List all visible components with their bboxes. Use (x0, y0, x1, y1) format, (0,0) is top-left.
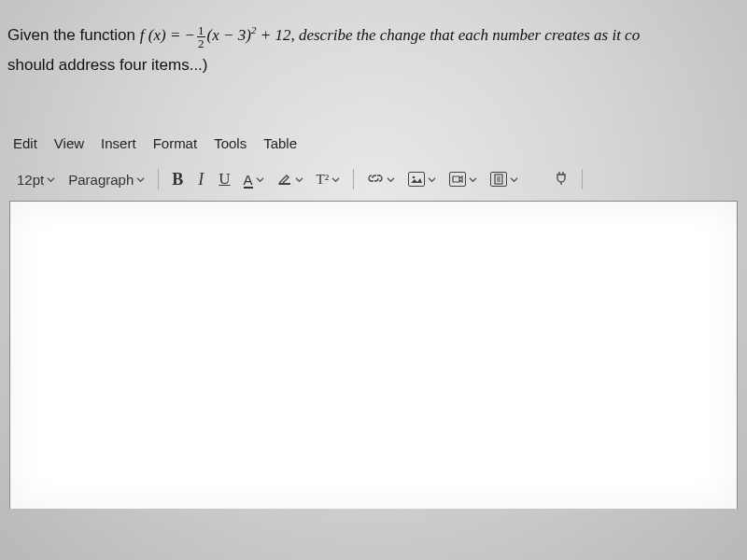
chevron-down-icon (47, 175, 55, 184)
insert-media-button[interactable] (445, 170, 481, 189)
toolbar-separator (158, 169, 159, 189)
bold-button[interactable]: B (168, 168, 187, 191)
plug-icon (554, 170, 569, 189)
q-var: x (153, 26, 161, 44)
q-prefix: Given the function (7, 26, 140, 44)
menu-edit[interactable]: Edit (13, 135, 37, 151)
highlight-color-button[interactable] (274, 169, 307, 190)
q-arg-open: ( (145, 26, 154, 44)
paragraph-style-value: Paragraph (68, 172, 134, 188)
rich-text-editor: Edit View Insert Format Tools Table 12pt… (9, 135, 738, 201)
insert-image-button[interactable] (404, 170, 440, 189)
menu-view[interactable]: View (54, 135, 84, 151)
editor-canvas[interactable] (9, 201, 738, 509)
q-arg-close: ) = − (161, 26, 195, 44)
text-color-icon: A (244, 173, 253, 187)
svg-rect-0 (279, 183, 290, 185)
underline-button[interactable]: U (215, 168, 233, 190)
insert-link-button[interactable] (363, 170, 399, 189)
menu-format[interactable]: Format (153, 135, 198, 151)
chevron-down-icon (136, 175, 145, 184)
chevron-down-icon (428, 175, 436, 184)
paragraph-style-select[interactable]: Paragraph (64, 170, 148, 189)
chevron-down-icon (295, 175, 303, 184)
font-size-select[interactable]: 12pt (13, 170, 59, 189)
toolbar-separator (353, 169, 354, 189)
q-fraction: 12 (197, 24, 205, 49)
toolbar-separator (582, 169, 583, 189)
link-icon (367, 172, 384, 188)
q-line2: should address four items...) (7, 50, 747, 80)
menu-tools[interactable]: Tools (214, 135, 247, 151)
superscript-button[interactable]: T² (313, 170, 345, 189)
media-icon (449, 172, 466, 187)
q-tail1: + 12, describe the change that each numb… (256, 26, 640, 44)
document-icon (490, 172, 507, 187)
chevron-down-icon (469, 175, 477, 184)
svg-point-1 (413, 176, 416, 179)
insert-app-button[interactable] (550, 168, 572, 191)
font-size-value: 12pt (17, 172, 44, 188)
editor-toolbar: 12pt Paragraph B I U A T² (9, 162, 738, 201)
question-text: Given the function f (x) = −12(x − 3)2 +… (0, 0, 747, 81)
menu-table[interactable]: Table (263, 135, 297, 151)
q-inner: x − 3 (212, 26, 246, 44)
italic-button[interactable]: I (192, 168, 209, 191)
chevron-down-icon (256, 175, 264, 184)
chevron-down-icon (331, 175, 340, 184)
chevron-down-icon (510, 175, 518, 184)
editor-menubar: Edit View Insert Format Tools Table (9, 135, 738, 162)
insert-document-button[interactable] (486, 170, 522, 189)
text-color-button[interactable]: A (240, 171, 268, 189)
menu-insert[interactable]: Insert (101, 135, 136, 151)
highlight-icon (277, 171, 292, 189)
chevron-down-icon (387, 175, 395, 184)
image-icon (408, 172, 425, 187)
